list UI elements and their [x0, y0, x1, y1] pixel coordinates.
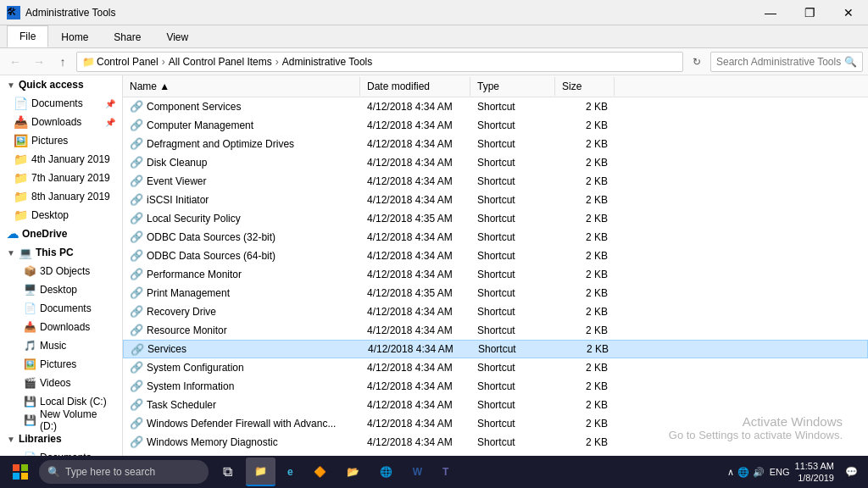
col-header-size[interactable]: Size [555, 77, 615, 96]
sidebar-section-onedrive[interactable]: ☁ OneDrive [0, 225, 122, 243]
table-row[interactable]: 🔗 System Information 4/12/2018 4:34 AM S… [123, 377, 868, 396]
onedrive-icon: ☁ [7, 227, 19, 241]
table-row[interactable]: 🔗 Recovery Drive 4/12/2018 4:34 AM Short… [123, 302, 868, 321]
sidebar-item-pictures[interactable]: 🖼️ Pictures [0, 131, 122, 150]
table-row[interactable]: 🔗 ODBC Data Sources (32-bit) 4/12/2018 4… [123, 228, 868, 247]
sidebar-item-newd[interactable]: 💾 New Volume (D:) [0, 411, 122, 430]
network-icon[interactable]: 🌐 [737, 467, 749, 478]
file-type-cell: Shortcut [470, 323, 555, 338]
file-size-cell: 2 KB [555, 304, 615, 319]
notification-button[interactable]: 💬 [839, 460, 863, 484]
sidebar-thispc-label: This PC [36, 247, 74, 258]
sidebar-8th-jan-label: 8th January 2019 [31, 191, 110, 202]
back-button[interactable]: ← [5, 52, 25, 72]
taskbar-vlc-app[interactable]: 🔶 [305, 458, 335, 486]
sidebar-item-7th-jan[interactable]: 📁 7th January 2019 [0, 169, 122, 187]
vlc-icon: 🔶 [314, 466, 326, 478]
taskbar-teams-app[interactable]: T [434, 458, 457, 486]
table-row[interactable]: 🔗 Performance Monitor 4/12/2018 4:34 AM … [123, 265, 868, 284]
sidebar-item-4th-jan[interactable]: 📁 4th January 2019 [0, 150, 122, 169]
sidebar-section-thispc[interactable]: ▼ 💻 This PC [0, 243, 122, 262]
breadcrumb-all[interactable]: All Control Panel Items [169, 56, 272, 68]
search-input[interactable] [716, 56, 844, 68]
dl2-icon: 📥 [24, 321, 36, 333]
file-type-icon: 🔗 [130, 435, 143, 448]
col-header-name[interactable]: Name ▲ [123, 77, 360, 96]
file-name-cell: 🔗 Disk Cleanup [123, 154, 360, 170]
refresh-button[interactable]: ↻ [687, 52, 707, 72]
col-header-type[interactable]: Type [470, 77, 555, 96]
sidebar-item-dl2[interactable]: 📥 Downloads [0, 318, 122, 336]
sidebar-pics2-label: Pictures [40, 358, 76, 370]
taskbar-edge-app[interactable]: e [279, 458, 302, 486]
chevron-up-icon[interactable]: ∧ [727, 467, 734, 478]
sidebar-item-pics2[interactable]: 🖼️ Pictures [0, 355, 122, 374]
up-button[interactable]: ↑ [53, 52, 73, 72]
svg-rect-1 [21, 464, 28, 471]
table-row[interactable]: 🔗 Component Services 4/12/2018 4:34 AM S… [123, 97, 868, 116]
sidebar-item-8th-jan[interactable]: 📁 8th January 2019 [0, 187, 122, 206]
tab-home[interactable]: Home [48, 25, 101, 47]
taskbar-explorer-app[interactable]: 📁 [246, 458, 275, 486]
table-row[interactable]: 🔗 Disk Cleanup 4/12/2018 4:34 AM Shortcu… [123, 153, 868, 172]
minimize-button[interactable]: — [751, 0, 790, 25]
breadcrumb-icon: 📁 [82, 56, 95, 68]
table-row[interactable]: 🔗 iSCSI Initiator 4/12/2018 4:34 AM Shor… [123, 191, 868, 209]
tab-view[interactable]: View [153, 25, 201, 47]
sidebar-item-desktop[interactable]: 📁 Desktop [0, 206, 122, 225]
sidebar-pictures-label: Pictures [31, 135, 68, 147]
taskbar-word-app[interactable]: W [404, 458, 431, 486]
breadcrumb-current[interactable]: Administrative Tools [282, 56, 373, 68]
table-row[interactable]: 🔗 System Configuration 4/12/2018 4:34 AM… [123, 358, 868, 377]
watermark-line1: Activate Windows [669, 414, 843, 429]
start-button[interactable] [5, 457, 36, 487]
desktop-icon: 📁 [14, 208, 28, 222]
pictures-icon: 🖼️ [14, 134, 28, 147]
task-view-button[interactable]: ⧉ [212, 457, 242, 487]
sidebar-section-quick-access[interactable]: ▼ Quick access [0, 75, 122, 94]
sidebar-item-desktop2[interactable]: 🖥️ Desktop [0, 280, 122, 299]
breadcrumb-cp[interactable]: Control Panel [97, 56, 159, 68]
table-row[interactable]: 🔗 Print Management 4/12/2018 4:35 AM Sho… [123, 284, 868, 302]
sidebar-item-downloads[interactable]: 📥 Downloads 📌 [0, 113, 122, 131]
file-type-icon: 🔗 [130, 398, 143, 411]
table-row[interactable]: 🔗 Defragment and Optimize Drives 4/12/20… [123, 135, 868, 153]
table-row[interactable]: 🔗 Task Scheduler 4/12/2018 4:34 AM Short… [123, 396, 868, 414]
sidebar-item-videos[interactable]: 🎬 Videos [0, 374, 122, 392]
tab-share[interactable]: Share [101, 25, 153, 47]
language-indicator[interactable]: ENG [770, 467, 790, 477]
file-date-cell: 4/12/2018 4:34 AM [360, 416, 470, 431]
volume-icon[interactable]: 🔊 [753, 467, 765, 478]
file-size-cell: 2 KB [555, 155, 615, 170]
breadcrumb[interactable]: 📁 Control Panel › All Control Panel Item… [76, 52, 683, 72]
table-row[interactable]: 🔗 Local Security Policy 4/12/2018 4:35 A… [123, 209, 868, 228]
table-row[interactable]: 🔗 Event Viewer 4/12/2018 4:34 AM Shortcu… [123, 172, 868, 191]
table-row[interactable]: 🔗 ODBC Data Sources (64-bit) 4/12/2018 4… [123, 247, 868, 265]
clock[interactable]: 11:53 AM 1/8/2019 [795, 460, 834, 484]
taskbar-search[interactable]: 🔍 Type here to search [39, 460, 209, 484]
file-name: Resource Monitor [147, 324, 227, 336]
file-name-cell: 🔗 ODBC Data Sources (32-bit) [123, 229, 360, 245]
sidebar-item-documents[interactable]: 📄 Documents 📌 [0, 94, 122, 113]
table-row[interactable]: 🔗 Computer Management 4/12/2018 4:34 AM … [123, 116, 868, 135]
sidebar-item-docs2[interactable]: 📄 Documents [0, 299, 122, 318]
file-type-icon: 🔗 [130, 156, 143, 169]
forward-button[interactable]: → [29, 52, 49, 72]
taskbar-chrome-app[interactable]: 🌐 [371, 458, 401, 486]
col-header-date[interactable]: Date modified [360, 77, 470, 96]
clock-time: 11:53 AM [795, 460, 834, 472]
file-list-header: Name ▲ Date modified Type Size [123, 75, 868, 97]
tab-file[interactable]: File [7, 25, 48, 47]
taskbar-folder-app[interactable]: 📂 [338, 458, 368, 486]
restore-button[interactable]: ❐ [790, 0, 829, 25]
sidebar-videos-label: Videos [40, 377, 70, 389]
table-row[interactable]: 🔗 Services 4/12/2018 4:34 AM Shortcut 2 … [123, 340, 868, 358]
sidebar-item-3d[interactable]: 📦 3D Objects [0, 262, 122, 280]
file-size-cell: 2 KB [555, 397, 615, 413]
close-button[interactable]: ✕ [829, 0, 868, 25]
search-bar[interactable]: 🔍 [710, 52, 863, 72]
file-size-cell: 2 KB [555, 211, 615, 226]
table-row[interactable]: 🔗 Resource Monitor 4/12/2018 4:34 AM Sho… [123, 321, 868, 340]
sidebar-item-music[interactable]: 🎵 Music [0, 336, 122, 355]
sidebar-section-libraries[interactable]: ▼ Libraries [0, 430, 122, 448]
